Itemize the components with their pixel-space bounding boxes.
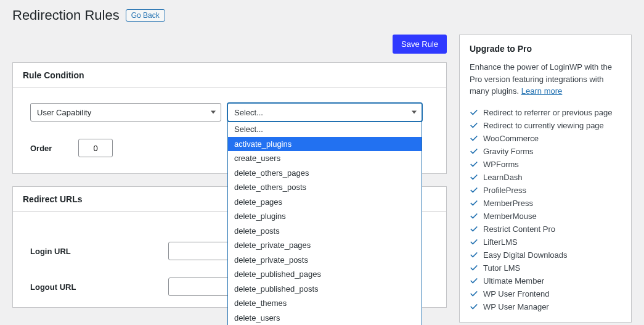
- capability-option[interactable]: delete_published_pages: [228, 267, 422, 282]
- capability-option[interactable]: delete_others_pages: [228, 166, 422, 181]
- rule-condition-panel: Rule Condition User Capability Select...: [12, 62, 447, 174]
- check-icon: [470, 108, 478, 117]
- feature-item: WPForms: [470, 158, 621, 171]
- feature-item: WP User Manager: [470, 300, 621, 313]
- feature-item: Gravity Forms: [470, 145, 621, 158]
- check-icon: [470, 263, 478, 272]
- upgrade-description: Enhance the power of LoginWP with the Pr…: [470, 61, 621, 97]
- capability-option[interactable]: delete_users: [228, 311, 422, 326]
- condition-type-value: User Capability: [37, 108, 91, 117]
- logout-url-label: Logout URL: [30, 282, 168, 292]
- feature-item: Tutor LMS: [470, 261, 621, 274]
- check-icon: [470, 289, 478, 298]
- capability-option[interactable]: create_users: [228, 151, 422, 166]
- capability-option[interactable]: activate_plugins: [228, 137, 422, 152]
- page-title: Redirection Rules: [12, 7, 120, 23]
- check-icon: [470, 212, 478, 220]
- check-icon: [470, 121, 478, 130]
- order-input[interactable]: [78, 139, 113, 157]
- chevron-down-icon: [211, 111, 216, 114]
- rule-condition-title: Rule Condition: [23, 70, 436, 80]
- learn-more-link[interactable]: Learn more: [521, 86, 562, 96]
- chevron-down-icon: [412, 111, 417, 114]
- capability-option[interactable]: delete_plugins: [228, 209, 422, 224]
- go-back-button[interactable]: Go Back: [126, 9, 165, 22]
- capability-option[interactable]: delete_private_pages: [228, 238, 422, 253]
- capability-option[interactable]: delete_private_posts: [228, 253, 422, 268]
- capability-option[interactable]: delete_themes: [228, 296, 422, 311]
- condition-value-select[interactable]: Select...: [227, 103, 422, 121]
- check-icon: [470, 147, 478, 155]
- check-icon: [470, 237, 478, 246]
- check-icon: [470, 173, 478, 181]
- check-icon: [470, 224, 478, 233]
- feature-item: LifterLMS: [470, 236, 621, 249]
- feature-item: Redirect to referrer or previous page: [470, 106, 621, 119]
- check-icon: [470, 250, 478, 259]
- capability-option-list[interactable]: Select...activate_pluginscreate_usersdel…: [228, 122, 422, 325]
- capability-option[interactable]: Select...: [228, 122, 422, 137]
- check-icon: [470, 302, 478, 311]
- condition-value-placeholder: Select...: [234, 108, 263, 117]
- feature-item: Redirect to currently viewing page: [470, 119, 621, 132]
- check-icon: [470, 186, 478, 194]
- check-icon: [470, 276, 478, 285]
- check-icon: [470, 160, 478, 168]
- feature-item: MemberMouse: [470, 210, 621, 223]
- feature-item: MemberPress: [470, 197, 621, 210]
- capability-option[interactable]: delete_published_posts: [228, 282, 422, 297]
- upgrade-panel: Upgrade to Pro Enhance the power of Logi…: [459, 35, 632, 323]
- capability-option[interactable]: delete_others_posts: [228, 180, 422, 195]
- feature-item: Easy Digital Downloads: [470, 249, 621, 261]
- save-rule-button[interactable]: Save Rule: [393, 35, 447, 54]
- upgrade-title: Upgrade to Pro: [470, 44, 621, 54]
- login-url-label: Login URL: [30, 247, 168, 256]
- check-icon: [470, 199, 478, 207]
- check-icon: [470, 134, 478, 142]
- feature-item: Ultimate Member: [470, 274, 621, 287]
- feature-item: LearnDash: [470, 171, 621, 184]
- condition-type-select[interactable]: User Capability: [30, 103, 221, 121]
- feature-item: Restrict Content Pro: [470, 223, 621, 236]
- feature-item: WooCommerce: [470, 132, 621, 145]
- capability-option[interactable]: delete_pages: [228, 195, 422, 210]
- feature-item: WP User Frontend: [470, 287, 621, 300]
- capability-option[interactable]: delete_posts: [228, 224, 422, 239]
- feature-item: ProfilePress: [470, 184, 621, 197]
- capability-dropdown: Select...activate_pluginscreate_usersdel…: [227, 121, 422, 325]
- order-label: Order: [30, 144, 72, 153]
